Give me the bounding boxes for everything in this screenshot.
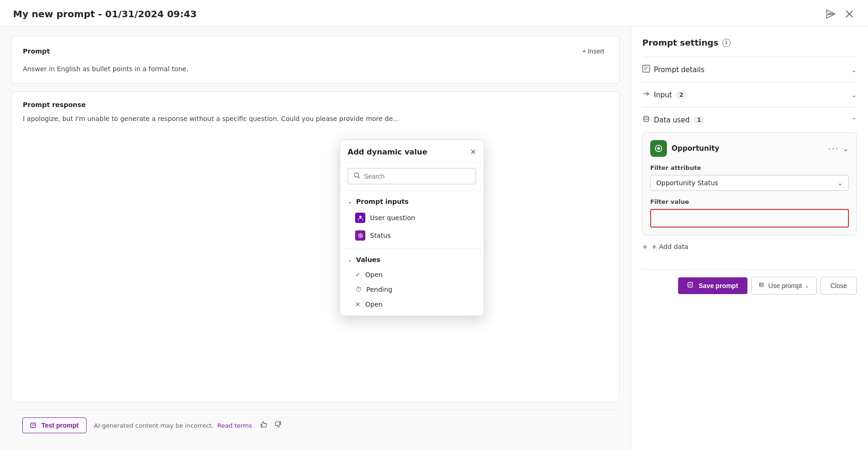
values-chevron: ⌄ [348, 256, 352, 263]
send-icon[interactable] [825, 8, 836, 20]
filter-attribute-chevron: ⌄ [837, 179, 843, 187]
filter-value-input[interactable] [652, 211, 847, 226]
input-row[interactable]: Input 2 ⌄ [642, 90, 857, 100]
save-prompt-button[interactable]: Save prompt [678, 277, 747, 294]
prompt-card-header: Prompt + Insert [23, 46, 608, 57]
prompt-details-left: Prompt details [642, 65, 705, 74]
data-used-chevron: ⌃ [851, 116, 857, 124]
opportunity-left: Opportunity [650, 140, 720, 157]
prompt-details-chevron: ⌄ [851, 66, 857, 74]
left-panel: Prompt + Insert Answer in English as bul… [0, 27, 631, 450]
status-label: Status [370, 232, 391, 239]
opportunity-header: Opportunity ··· ⌄ [650, 140, 849, 157]
svg-point-8 [359, 215, 362, 218]
response-card-body: I apologize, but I'm unable to generate … [23, 114, 608, 124]
response-card: Prompt response I apologize, but I'm una… [11, 91, 619, 402]
opportunity-card: Opportunity ··· ⌄ Filter attribute Oppor… [642, 132, 857, 235]
close-button[interactable]: Close [821, 277, 857, 295]
opportunity-actions[interactable]: ··· ⌄ [828, 144, 849, 154]
close-window-icon[interactable] [844, 8, 855, 20]
prompt-details-label: Prompt details [654, 66, 705, 74]
right-panel-footer: Save prompt Use prompt ⌄ Close [642, 269, 857, 302]
svg-rect-6 [760, 283, 763, 287]
prompt-details-icon [642, 65, 650, 74]
values-item-open-x[interactable]: ✕ Open [340, 297, 484, 312]
svg-rect-0 [31, 423, 35, 428]
check-icon: ✓ [355, 271, 361, 278]
user-question-icon [355, 213, 365, 223]
open-x-label: Open [365, 301, 383, 308]
prompt-details-row[interactable]: Prompt details ⌄ [642, 65, 857, 74]
input-badge: 2 [676, 91, 687, 99]
filter-value-label: Filter value [650, 198, 849, 205]
use-prompt-button[interactable]: Use prompt ⌄ [751, 277, 817, 295]
test-prompt-label: Test prompt [41, 422, 79, 429]
main-window: My new prompt - 01/31/2024 09:43 Prompt … [0, 0, 868, 450]
popup-title: Add dynamic value [348, 148, 427, 156]
filter-attribute-select[interactable]: Opportunity Status ⌄ [650, 175, 849, 191]
values-header[interactable]: ⌄ Values [340, 252, 484, 267]
thumbs-down-icon[interactable] [274, 420, 282, 430]
prompt-inputs-title: Prompt inputs [356, 198, 409, 205]
footer-icons [260, 420, 282, 430]
add-data-label: + Add data [652, 243, 688, 250]
filter-attribute-value: Opportunity Status [656, 179, 718, 187]
use-prompt-dropdown-icon: ⌄ [805, 283, 809, 289]
window-title: My new prompt - 01/31/2024 09:43 [13, 8, 197, 20]
insert-button[interactable]: + Insert [579, 46, 608, 57]
popup-item-user-question[interactable]: User question [340, 209, 484, 227]
values-title: Values [356, 256, 380, 263]
open-check-label: Open [365, 271, 383, 278]
pending-label: Pending [366, 286, 392, 293]
input-chevron: ⌄ [851, 91, 857, 99]
opportunity-chevron-icon[interactable]: ⌄ [843, 144, 849, 153]
data-used-row[interactable]: Data used 1 ⌃ [642, 115, 857, 125]
data-used-icon [642, 115, 650, 125]
popup-item-status[interactable]: Status [340, 227, 484, 244]
search-icon [354, 172, 360, 180]
user-question-label: User question [370, 214, 415, 222]
left-panel-footer: Test prompt AI-generated content may be … [11, 410, 619, 441]
popup-header: Add dynamic value ✕ [340, 140, 484, 162]
add-data-row[interactable]: + + Add data [642, 243, 857, 250]
add-dynamic-value-popup: Add dynamic value ✕ ⌄ Prompt inputs [340, 140, 484, 316]
prompt-inputs-chevron: ⌄ [348, 198, 352, 205]
values-item-pending[interactable]: ⏱ Pending [340, 282, 484, 297]
input-section: Input 2 ⌄ [642, 82, 857, 107]
more-options-icon[interactable]: ··· [828, 144, 839, 154]
popup-search-area [340, 162, 484, 190]
read-terms-link[interactable]: Read terms [217, 422, 252, 429]
data-used-badge: 1 [693, 116, 705, 124]
filter-value-input-wrapper [650, 209, 849, 228]
x-icon: ✕ [355, 301, 361, 308]
values-item-open-check[interactable]: ✓ Open [340, 267, 484, 282]
prompt-details-section: Prompt details ⌄ [642, 57, 857, 82]
use-prompt-label: Use prompt [768, 282, 802, 289]
data-used-section: Data used 1 ⌃ [642, 107, 857, 258]
save-prompt-label: Save prompt [699, 282, 738, 289]
opportunity-icon [650, 140, 667, 157]
search-input[interactable] [364, 173, 470, 180]
title-bar: My new prompt - 01/31/2024 09:43 [0, 0, 868, 27]
svg-point-4 [657, 147, 660, 150]
test-prompt-button[interactable]: Test prompt [22, 417, 87, 433]
search-box [348, 168, 476, 184]
input-icon [642, 90, 650, 100]
prompt-card: Prompt + Insert Answer in English as bul… [11, 36, 619, 84]
opportunity-name: Opportunity [672, 144, 720, 153]
prompt-inputs-header[interactable]: ⌄ Prompt inputs [340, 194, 484, 209]
data-used-content: Opportunity ··· ⌄ Filter attribute Oppor… [642, 132, 857, 250]
thumbs-up-icon[interactable] [260, 420, 268, 430]
popup-close-button[interactable]: ✕ [470, 148, 476, 156]
prompt-settings-title: Prompt settings [642, 38, 719, 47]
response-card-title: Prompt response [23, 101, 608, 108]
prompt-card-title: Prompt [23, 47, 50, 55]
svg-rect-5 [688, 282, 693, 287]
data-used-left: Data used 1 [642, 115, 705, 125]
filter-attribute-wrapper: Opportunity Status ⌄ [650, 175, 849, 191]
footer-disclaimer: AI-generated content may be incorrect. R… [94, 422, 252, 429]
prompt-settings-header: Prompt settings ℹ [642, 38, 857, 47]
popup-overlay: Add dynamic value ✕ ⌄ Prompt inputs [340, 140, 484, 316]
prompt-inputs-section: ⌄ Prompt inputs User question Status [340, 190, 484, 248]
input-left: Input 2 [642, 90, 687, 100]
